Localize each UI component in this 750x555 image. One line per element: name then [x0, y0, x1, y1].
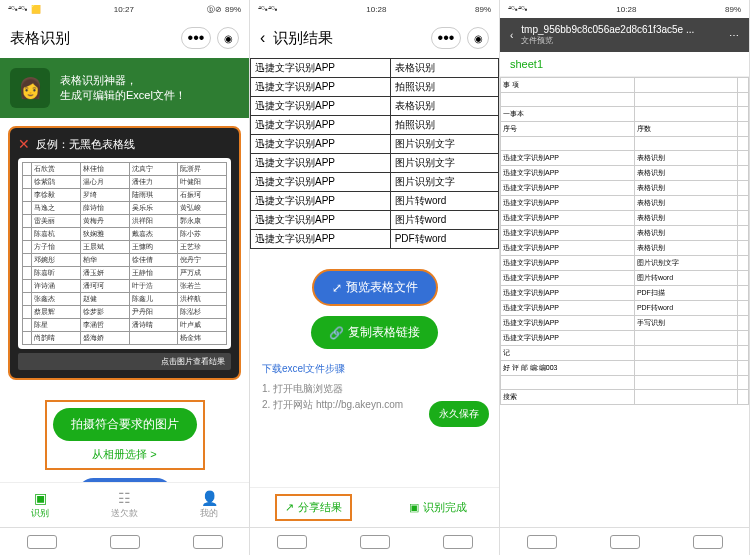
- content-area: 迅捷文字识别APP表格识别迅捷文字识别APP拍照识别迅捷文字识别APP表格识别迅…: [250, 58, 499, 487]
- back-icon[interactable]: ‹: [510, 30, 513, 41]
- table-cell: [23, 319, 32, 332]
- nav-label: 识别: [31, 507, 49, 520]
- table-cell: 迅捷文字识别APP: [501, 286, 635, 301]
- example-popup: ✕ 反例：无黑色表格线 石欣赏林佳怡沈真宁阮浙昇徐紫鹃温心月潘佳力叶健阳李徐毅罗…: [8, 126, 241, 380]
- table-cell: PDF转word: [390, 230, 498, 249]
- table-cell: 石欣赏: [32, 163, 81, 176]
- status-left: ⁴ᴳ▪⁴ᴳ▪ 🟨: [8, 5, 41, 14]
- app-header: 表格识别 ••• ◉: [0, 18, 249, 58]
- android-recent[interactable]: [443, 535, 473, 549]
- table-cell: [738, 107, 749, 122]
- table-cell: 洪祥阳: [129, 215, 178, 228]
- step-1: 1. 打开电脑浏览器: [262, 381, 487, 397]
- nav-send[interactable]: ☷ 送欠款: [111, 490, 138, 520]
- table-cell: [738, 316, 749, 331]
- table-cell: 搜索: [501, 390, 635, 405]
- status-bar: ⁴ᴳ▪⁴ᴳ▪ 10:28 89%: [250, 0, 499, 18]
- table-cell: 迅捷文字识别APP: [501, 196, 635, 211]
- android-home[interactable]: [610, 535, 640, 549]
- intro-banner: 👩 表格识别神器， 生成可编辑的Excel文件！: [0, 58, 249, 118]
- android-back[interactable]: [27, 535, 57, 549]
- spreadsheet-area[interactable]: 事 项一事本序号序数迅捷文字识别APP表格识别迅捷文字识别APP表格识别迅捷文字…: [500, 77, 749, 527]
- table-cell: 表格识别: [634, 226, 737, 241]
- table-cell: [738, 331, 749, 346]
- table-cell: 图片转word: [634, 271, 737, 286]
- android-back[interactable]: [527, 535, 557, 549]
- table-cell: [23, 254, 32, 267]
- status-right: ⓑ⊘ 89%: [207, 4, 241, 15]
- table-cell: 陆雨琪: [129, 189, 178, 202]
- table-cell: [738, 122, 749, 137]
- table-cell: 序号: [501, 122, 635, 137]
- filename: tmp_956bb9c8c056ae2d8c61f3ac5e ...: [521, 24, 721, 35]
- android-recent[interactable]: [193, 535, 223, 549]
- table-cell: 张若兰: [178, 280, 227, 293]
- table-cell: 潘珂珂: [81, 280, 130, 293]
- status-time: 10:28: [366, 5, 386, 14]
- table-cell: 陈泓杉: [178, 306, 227, 319]
- table-cell: 李涵哲: [81, 319, 130, 332]
- album-link[interactable]: 从相册选择 >: [92, 447, 156, 462]
- android-home[interactable]: [360, 535, 390, 549]
- table-cell: 王静怡: [129, 267, 178, 280]
- table-cell: 邓婉彤: [32, 254, 81, 267]
- table-cell: [23, 189, 32, 202]
- table-cell: [634, 93, 737, 107]
- table-cell: 王慷昀: [129, 241, 178, 254]
- save-button[interactable]: 永久保存: [429, 401, 489, 427]
- header-actions: ••• ◉: [181, 27, 239, 49]
- table-cell: [23, 332, 32, 345]
- target-icon[interactable]: ◉: [467, 27, 489, 49]
- capture-button[interactable]: 拍摄符合要求的图片: [53, 408, 197, 441]
- share-result[interactable]: ↗ 分享结果: [275, 494, 352, 521]
- table-cell: [23, 163, 32, 176]
- table-cell: 迅捷文字识别APP: [501, 271, 635, 286]
- table-cell: 叶卢威: [178, 319, 227, 332]
- table-cell: 记: [501, 346, 635, 361]
- table-cell: [738, 241, 749, 256]
- copy-link-button[interactable]: 🔗 复制表格链接: [311, 316, 438, 349]
- menu-icon[interactable]: •••: [181, 27, 211, 49]
- table-cell: 狄娴雅: [81, 228, 130, 241]
- preview-button[interactable]: ⤢ 预览表格文件: [312, 269, 438, 306]
- table-cell: 雷美丽: [32, 215, 81, 228]
- table-cell: [738, 196, 749, 211]
- health-button[interactable]: 拍照识健康: [77, 478, 173, 482]
- table-cell: 严万成: [178, 267, 227, 280]
- status-time: 10:28: [616, 5, 636, 14]
- android-recent[interactable]: [693, 535, 723, 549]
- table-cell: 迅捷文字识别APP: [251, 116, 391, 135]
- example-table-image[interactable]: 石欣赏林佳怡沈真宁阮浙昇徐紫鹃温心月潘佳力叶健阳李徐毅罗绮陆雨琪石振珂马逸之薛诗…: [18, 158, 231, 349]
- battery-text: 89%: [475, 5, 491, 14]
- table-cell: 林佳怡: [81, 163, 130, 176]
- status-bar: ⁴ᴳ▪⁴ᴳ▪ 🟨 10:27 ⓑ⊘ 89%: [0, 0, 249, 18]
- table-cell: 序数: [634, 122, 737, 137]
- table-cell: 许诗涵: [32, 280, 81, 293]
- table-cell: [738, 390, 749, 405]
- table-cell: 徐紫鹃: [32, 176, 81, 189]
- signal-icon: ⁴ᴳ▪⁴ᴳ▪: [8, 5, 28, 14]
- android-back[interactable]: [277, 535, 307, 549]
- table-cell: [738, 361, 749, 376]
- popup-footer[interactable]: 点击图片查看结果: [18, 353, 231, 370]
- table-cell: 表格识别: [634, 241, 737, 256]
- action-buttons: ⤢ 预览表格文件 🔗 复制表格链接: [250, 269, 499, 349]
- table-cell: [23, 267, 32, 280]
- sheet-tab[interactable]: sheet1: [500, 52, 749, 77]
- target-icon[interactable]: ◉: [217, 27, 239, 49]
- more-icon[interactable]: ⋯: [729, 30, 739, 41]
- table-cell: [738, 93, 749, 107]
- close-icon[interactable]: ✕: [18, 136, 30, 152]
- recognition-done[interactable]: ▣ 识别完成: [401, 496, 475, 519]
- table-cell: [738, 346, 749, 361]
- phone-screen-1: ⁴ᴳ▪⁴ᴳ▪ 🟨 10:27 ⓑ⊘ 89% 表格识别 ••• ◉ 👩 表格识别神…: [0, 0, 250, 555]
- share-label: 分享结果: [298, 500, 342, 515]
- nav-recognize[interactable]: ▣ 识别: [31, 490, 49, 520]
- menu-icon[interactable]: •••: [431, 27, 461, 49]
- nav-mine[interactable]: 👤 我的: [200, 490, 218, 520]
- app-icon: 🟨: [31, 5, 41, 14]
- back-icon[interactable]: ‹: [260, 29, 265, 47]
- table-cell: [634, 361, 737, 376]
- android-home[interactable]: [110, 535, 140, 549]
- table-cell: 尹丹阳: [129, 306, 178, 319]
